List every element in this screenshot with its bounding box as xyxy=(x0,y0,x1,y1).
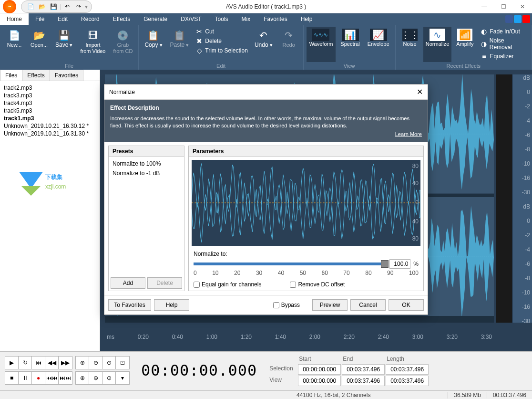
close-button[interactable]: ✕ xyxy=(513,0,532,13)
redo-button[interactable]: ↷Redo xyxy=(277,27,300,62)
menu-home[interactable]: Home xyxy=(0,13,29,25)
menu-effects[interactable]: Effects xyxy=(106,13,137,25)
menu-dxvst[interactable]: DX/VST xyxy=(174,13,208,25)
menu-tools[interactable]: Tools xyxy=(208,13,235,25)
facebook-icon[interactable] xyxy=(505,15,513,23)
vzoom-more-button[interactable]: ▾ xyxy=(116,372,129,384)
file-item[interactable]: track2.mp3 xyxy=(3,84,97,92)
file-item[interactable]: track1.mp3 xyxy=(3,115,97,122)
menu-mix[interactable]: Mix xyxy=(235,13,257,25)
add-preset-button[interactable]: Add xyxy=(111,277,145,289)
skip-end-button[interactable]: ⏭⏭ xyxy=(59,372,72,384)
noise-effect-button[interactable]: ⋮⋮Noise xyxy=(399,27,421,62)
file-item[interactable]: track5.mp3 xyxy=(3,107,97,115)
record-button[interactable]: ● xyxy=(32,372,45,384)
zoom-sel-button[interactable]: ⊡ xyxy=(116,357,129,369)
vzoom-in-button[interactable]: ⊕ xyxy=(76,372,89,384)
undo-button[interactable]: ↶Undo ▾ xyxy=(252,27,276,62)
copy-button[interactable]: 📋Copy ▾ xyxy=(142,27,165,62)
qat-open-icon[interactable]: 📂 xyxy=(37,2,47,11)
normalize-value-input[interactable]: 100.0 xyxy=(389,259,410,269)
noise-removal-button[interactable]: ◑Noise Removal xyxy=(478,36,529,52)
ok-button[interactable]: OK xyxy=(389,299,424,311)
slider-thumb[interactable] xyxy=(381,260,389,268)
youtube-icon[interactable] xyxy=(522,15,530,23)
sel-end[interactable]: 00:03:37.496 xyxy=(342,364,385,375)
qat-redo-icon[interactable]: ↷ xyxy=(73,2,84,11)
sel-length[interactable]: 00:03:37.496 xyxy=(386,364,429,375)
sel-start[interactable]: 00:00:00.000 xyxy=(298,364,341,375)
to-favorites-button[interactable]: To Favorites xyxy=(108,299,151,311)
view-length[interactable]: 00:03:37.496 xyxy=(386,376,429,386)
menu-file[interactable]: File xyxy=(29,13,51,25)
file-item[interactable]: track3.mp3 xyxy=(3,92,97,99)
paste-button[interactable]: 📋Paste ▾ xyxy=(167,27,192,62)
preview-button[interactable]: Preview xyxy=(312,299,348,311)
import-video-button[interactable]: 🎞Import from Video xyxy=(78,27,109,62)
learn-more-link[interactable]: Learn More xyxy=(110,131,422,137)
waveform-icon: ∿∿∿ xyxy=(312,29,329,41)
play-button[interactable]: ▶ xyxy=(5,357,19,369)
side-tab-favorites[interactable]: Favorites xyxy=(50,70,83,81)
app-logo-icon: ~ xyxy=(3,0,16,13)
preset-item[interactable]: Normalize to -1 dB xyxy=(111,168,182,178)
stop-button[interactable]: ■ xyxy=(5,372,19,384)
new-button[interactable]: 📄New... xyxy=(3,27,26,62)
zoom-fit-button[interactable]: ⊙ xyxy=(102,357,116,369)
desc-text: Increases or decreases the sound to the … xyxy=(110,115,422,129)
spectral-view-button[interactable]: 📊Spectral xyxy=(338,27,362,62)
side-tab-files[interactable]: Files xyxy=(0,70,22,81)
zoom-in-button[interactable]: ⊕ xyxy=(76,357,89,369)
delete-preset-button[interactable]: Delete xyxy=(147,277,182,289)
cut-button[interactable]: ✂Cut xyxy=(194,27,250,36)
side-tab-effects[interactable]: Effects xyxy=(22,70,50,81)
equal-gain-checkbox[interactable]: Equal gain for channels xyxy=(194,281,261,288)
minimize-button[interactable]: — xyxy=(475,0,494,13)
help-button[interactable]: Help xyxy=(154,299,189,311)
rewind-button[interactable]: ◀◀ xyxy=(45,357,59,369)
preset-item[interactable]: Normalize to 100% xyxy=(111,159,182,168)
save-button[interactable]: 💾Save ▾ xyxy=(52,27,75,62)
menu-edit[interactable]: Edit xyxy=(51,13,74,25)
file-item[interactable]: track4.mp3 xyxy=(3,99,97,107)
loop-button[interactable]: ↻ xyxy=(19,357,32,369)
menu-help[interactable]: Help xyxy=(294,13,319,25)
remove-dc-checkbox[interactable]: Remove DC offset xyxy=(290,281,345,288)
dialog-close-button[interactable]: ✕ xyxy=(417,87,423,96)
forward-button[interactable]: ▶▶ xyxy=(59,357,72,369)
delete-button[interactable]: ✖Delete xyxy=(194,36,250,46)
twitter-icon[interactable] xyxy=(514,15,522,23)
menu-favorites[interactable]: Favorites xyxy=(257,13,294,25)
vzoom-fit-button[interactable]: ⊙ xyxy=(102,372,116,384)
file-list[interactable]: track2.mp3 track3.mp3 track4.mp3 track5.… xyxy=(0,81,100,351)
file-item[interactable]: Unknown_2019.10.21_16.30.12 * xyxy=(3,122,97,130)
cancel-button[interactable]: Cancel xyxy=(350,299,386,311)
trim-button[interactable]: ◇Trim to Selection xyxy=(194,46,250,55)
qat-undo-icon[interactable]: ↶ xyxy=(62,2,72,11)
envelope-view-button[interactable]: 📈Envelope xyxy=(365,27,392,62)
skip-start-button[interactable]: ⏮⏮ xyxy=(45,372,59,384)
amplify-effect-button[interactable]: 📶Amplify xyxy=(453,27,476,62)
fade-button[interactable]: ◐Fade In/Out xyxy=(478,27,529,36)
zoom-out-button[interactable]: ⊖ xyxy=(89,357,102,369)
normalize-effect-button[interactable]: ∿Normalize xyxy=(423,27,452,62)
normalize-slider[interactable] xyxy=(194,262,387,265)
bypass-checkbox[interactable]: Bypass xyxy=(273,299,300,311)
pause-button[interactable]: ⏸ xyxy=(19,372,32,384)
vzoom-out-button[interactable]: ⊖ xyxy=(89,372,102,384)
view-start[interactable]: 00:00:00.000 xyxy=(298,376,341,386)
waveform-view-button[interactable]: ∿∿∿Waveform xyxy=(307,27,336,62)
maximize-button[interactable]: ☐ xyxy=(494,0,513,13)
time-ruler[interactable]: ms0:200:401:001:201:402:002:202:403:003:… xyxy=(105,332,494,342)
prev-button[interactable]: ⏮ xyxy=(32,357,45,369)
qat-new-icon[interactable]: 📄 xyxy=(25,2,36,11)
equalizer-button[interactable]: ≡Equalizer xyxy=(478,52,529,61)
open-button[interactable]: 📂Open... xyxy=(28,27,51,62)
preset-list[interactable]: Normalize to 100% Normalize to -1 dB xyxy=(109,157,184,275)
qat-save-icon[interactable]: 💾 xyxy=(48,2,59,11)
menu-record[interactable]: Record xyxy=(74,13,106,25)
view-end[interactable]: 00:03:37.496 xyxy=(342,376,385,386)
menu-generate[interactable]: Generate xyxy=(137,13,174,25)
grab-cd-button[interactable]: 💿Grab from CD xyxy=(111,27,136,62)
file-item[interactable]: Unknown_2019.10.21_16.31.30 * xyxy=(3,130,97,137)
